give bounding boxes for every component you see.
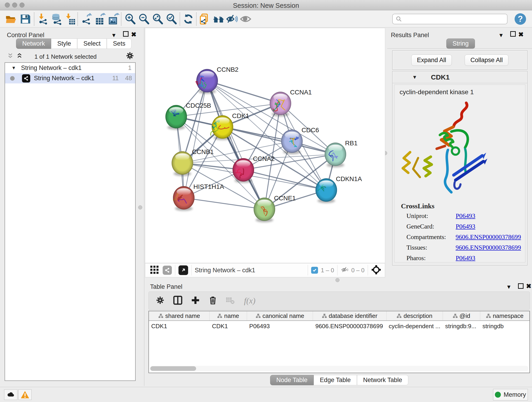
column-header--id[interactable]: @id xyxy=(443,311,480,320)
table-cell[interactable]: stringdb xyxy=(480,321,530,332)
control-panel-close-icon[interactable]: ✖ xyxy=(131,31,136,38)
crosslink-link[interactable]: P06493 xyxy=(456,254,475,262)
move-target-icon[interactable] xyxy=(371,265,381,276)
export-table-icon[interactable] xyxy=(94,13,106,25)
results-panel-close-icon[interactable]: ✖ xyxy=(518,31,524,38)
zoom-in-icon[interactable] xyxy=(124,13,136,25)
column-header-namespace[interactable]: namespace xyxy=(480,311,530,320)
export-image-icon[interactable] xyxy=(108,13,120,25)
home-icon[interactable] xyxy=(213,13,225,25)
table-cell[interactable]: 9606.ENSP00000378699 xyxy=(313,321,386,332)
column-header-shared-name[interactable]: shared name xyxy=(149,311,210,320)
import-network-database-icon[interactable] xyxy=(51,13,62,25)
column-header-canonical-name[interactable]: canonical name xyxy=(247,311,313,320)
network-options-gear-icon[interactable] xyxy=(126,51,134,61)
column-header-database-identifier[interactable]: database identifier xyxy=(313,311,386,320)
refresh-icon[interactable] xyxy=(182,13,194,25)
edge-HIST1H1A-CCNE1[interactable] xyxy=(184,198,264,209)
hide-selected-eye-icon[interactable] xyxy=(226,13,238,25)
control-panel-collapse-icon[interactable]: ▼ xyxy=(111,32,117,38)
save-session-icon[interactable] xyxy=(19,13,31,25)
table-horizontal-scrollbar[interactable] xyxy=(150,366,529,371)
results-panel-collapse-icon[interactable]: ▼ xyxy=(498,32,504,38)
hidden-node-edge-counts: 0 – 0 xyxy=(351,267,365,274)
search-input[interactable] xyxy=(402,16,501,23)
results-panel-float-icon[interactable] xyxy=(510,31,516,37)
tab-string[interactable]: String xyxy=(446,38,475,49)
memory-button[interactable]: Memory xyxy=(493,389,528,400)
left-splitter-handle[interactable] xyxy=(138,205,142,210)
open-session-icon[interactable] xyxy=(5,13,17,25)
table-cell[interactable]: CDK1 xyxy=(149,321,210,332)
tab-edge-table[interactable]: Edge Table xyxy=(314,375,357,385)
network-view-canvas[interactable]: CCNB2CCNA1CDC25BCDK1CDC6RB1CCNB1CCNA2CDK… xyxy=(145,28,385,263)
grid-view-icon[interactable] xyxy=(150,265,159,275)
gene-symbol: CDK1 xyxy=(431,73,450,81)
node-CCNB1[interactable] xyxy=(172,151,193,176)
tab-network[interactable]: Network xyxy=(16,38,51,49)
delete-column-trash-icon[interactable] xyxy=(208,296,217,306)
protein-network-graph[interactable]: CCNB2CCNA1CDC25BCDK1CDC6RB1CCNB1CCNA2CDK… xyxy=(145,28,385,263)
cloud-status-button[interactable] xyxy=(4,389,17,400)
table-cell[interactable]: P06493 xyxy=(247,321,313,332)
node-table-row[interactable]: CDK1CDK1P064939606.ENSP00000378699cyclin… xyxy=(149,321,530,332)
selected-checkbox-icon[interactable] xyxy=(311,267,318,274)
crosslink-link[interactable]: P06493 xyxy=(456,223,475,230)
table-panel-collapse-icon[interactable]: ▼ xyxy=(506,284,512,290)
node-CDC25B[interactable] xyxy=(165,105,187,130)
crosslink-link[interactable]: P06493 xyxy=(456,212,475,220)
tab-sets[interactable]: Sets xyxy=(107,38,132,49)
table-panel-float-icon[interactable] xyxy=(518,283,524,289)
duplicate-network-icon[interactable] xyxy=(199,13,211,25)
table-cell[interactable]: cyclin-dependent ... xyxy=(386,321,443,332)
node-HIST1H1A[interactable] xyxy=(173,186,195,211)
zoom-fit-icon[interactable] xyxy=(152,13,164,25)
crosslink-link[interactable]: 9606.ENSP00000378699 xyxy=(456,244,521,251)
gene-collapse-icon[interactable]: ▼ xyxy=(412,74,417,80)
edge-CCNB2-HIST1H1A[interactable] xyxy=(184,81,207,198)
table-cell[interactable]: CDK1 xyxy=(210,321,247,332)
column-header-name[interactable]: name xyxy=(210,311,247,320)
delete-table-icon xyxy=(226,296,235,306)
node-CCNA1[interactable] xyxy=(270,92,291,116)
table-cell[interactable]: stringdb:9... xyxy=(443,321,480,332)
hidden-eye-icon[interactable] xyxy=(341,265,349,275)
zoom-out-icon[interactable] xyxy=(138,13,150,25)
collapse-all-button[interactable]: Collapse All xyxy=(465,55,508,66)
crosslink-link[interactable]: 9606.ENSP00000378699 xyxy=(456,233,521,241)
network-row-selected[interactable]: String Network – cdk1 11 48 xyxy=(5,73,135,83)
show-all-eye-icon[interactable] xyxy=(240,13,252,25)
column-header-description[interactable]: description xyxy=(386,311,443,320)
node-CDC6[interactable] xyxy=(281,129,303,154)
table-type-tabs: Node TableEdge TableNetwork Table xyxy=(270,375,408,385)
node-RB1[interactable] xyxy=(325,143,346,167)
tab-network-table[interactable]: Network Table xyxy=(357,375,409,385)
tab-node-table[interactable]: Node Table xyxy=(270,375,314,385)
tab-style[interactable]: Style xyxy=(51,38,77,49)
create-column-plus-icon[interactable] xyxy=(191,296,200,306)
table-scrollbar-thumb[interactable] xyxy=(150,366,196,371)
export-network-icon[interactable] xyxy=(81,13,93,25)
horizontal-splitter-handle[interactable] xyxy=(336,278,340,282)
zoom-selected-icon[interactable] xyxy=(165,13,177,25)
tree-expand-icon[interactable]: ▼ xyxy=(12,65,16,70)
expand-all-button[interactable]: Expand All xyxy=(411,55,452,66)
import-network-file-icon[interactable] xyxy=(37,13,49,25)
import-table-icon[interactable] xyxy=(64,13,76,25)
show-columns-icon[interactable] xyxy=(173,295,183,306)
tab-select[interactable]: Select xyxy=(77,38,107,49)
table-panel-close-icon[interactable]: ✖ xyxy=(526,282,531,290)
node-table[interactable]: shared namenamecanonical namedatabase id… xyxy=(148,311,530,373)
warning-status-button[interactable] xyxy=(18,389,32,400)
edge-CCNB2-CCNA1[interactable] xyxy=(207,81,280,103)
table-settings-gear-icon[interactable] xyxy=(156,296,165,306)
crosslink-row: Pharos:P06493 xyxy=(406,254,521,262)
share-view-icon[interactable] xyxy=(163,266,172,275)
search-field[interactable] xyxy=(392,14,507,24)
control-panel-float-icon[interactable] xyxy=(123,31,128,37)
network-collection-row[interactable]: ▼ String Network – cdk1 1 xyxy=(5,63,135,73)
birdseye-view-icon[interactable] xyxy=(178,265,188,275)
help-button[interactable]: ? xyxy=(515,13,526,25)
node-CDKN1A[interactable] xyxy=(316,178,337,203)
node-CCNE1[interactable] xyxy=(254,198,275,222)
